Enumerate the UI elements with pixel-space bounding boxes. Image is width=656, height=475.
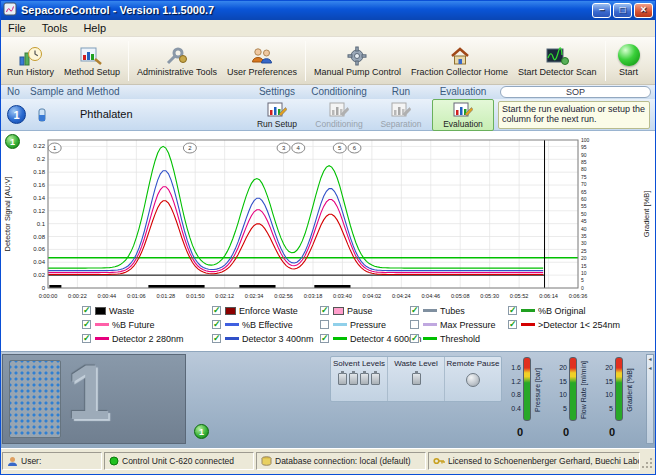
legend-label: %B Effective [242,320,293,330]
legend-checkbox-b-original[interactable]: ✓ [508,306,517,315]
legend-checkbox-b-future[interactable]: ✓ [82,320,91,329]
chromatogram-chart[interactable]: 00.020.040.060.080.10.120.140.160.180.20… [0,133,656,303]
svg-text:0:05:30: 0:05:30 [480,293,499,299]
solvent-levels-group: Solvent Levels [331,357,388,401]
toolbar-button-administrative-tools[interactable]: Administrative Tools [132,38,222,84]
minimize-button[interactable]: – [592,3,611,18]
gauge-tick-label: 20 [605,364,613,371]
legend-label: Detector 3 400nm [242,334,314,344]
statusbar-cell-licensed: Licensed to Schoenenberger Gerhard, Buec… [428,452,640,470]
fraction-collector-home-icon [448,44,472,66]
svg-text:80: 80 [581,166,587,172]
remote-pause-button[interactable] [466,373,480,387]
svg-text:0.02: 0.02 [33,272,45,278]
app-icon [3,2,17,18]
maximize-button[interactable]: □ [613,3,632,18]
toolbar-button-fraction-collector-home[interactable]: Fraction Collector Home [406,38,513,84]
menu-file[interactable]: File [0,21,34,35]
legend-checkbox-b-effective[interactable]: ✓ [212,320,221,329]
waste-level-group: Waste Level [388,357,445,401]
user-preferences-icon [250,44,274,66]
svg-text:75: 75 [581,174,587,180]
svg-text:Gradient [%B]: Gradient [%B] [642,191,651,238]
legend-label: Enforce Waste [239,306,298,316]
stage-icon-separation [391,102,411,118]
toolbar-button-user-preferences[interactable]: User Preferences [222,38,302,84]
start-button[interactable]: Start [613,38,645,84]
window-title: SepacoreControl - Version 1.1.5000.7 [21,4,592,16]
legend-item-waste: ✓Waste [82,305,134,316]
solvent-bottle-icon [371,373,380,385]
toolbar-button-method-setup[interactable]: Method Setup [59,38,125,84]
toolbar-button-run-history[interactable]: Run History [2,38,59,84]
gauge-pressure-bar: 1.61.20.80.4Pressure [bar]0 [506,354,549,446]
toolbar-button-label: Manual Pump Control [314,67,401,77]
legend-swatch [333,337,347,340]
gauge-value: 0 [552,426,580,438]
statusbar-text: Control Unit C-620 connected [122,456,234,466]
waste-bottle [412,373,421,385]
waste-bottle-icon [412,373,421,385]
svg-text:30: 30 [581,240,587,246]
svg-text:0:05:08: 0:05:08 [451,293,470,299]
gauge-ticks: 1.61.20.80.4 [506,357,521,419]
legend-checkbox-tubes[interactable]: ✓ [410,306,419,315]
toolbar-button-manual-pump-control[interactable]: Manual Pump Control [309,38,406,84]
chart-panel: 1 00.020.040.060.080.10.120.140.160.180.… [0,131,656,352]
svg-text:0:04:02: 0:04:02 [363,293,382,299]
legend-label: >Detector 1< 254nm [538,320,620,330]
user-icon [7,456,18,467]
legend-checkbox-max-pressure[interactable] [410,320,419,329]
statusbar-text: User: [21,456,41,466]
legend-checkbox-detector-4-600nm[interactable]: ✓ [320,334,329,343]
svg-text:0:01:06: 0:01:06 [127,293,146,299]
legend-label: Tubes [440,306,465,316]
svg-text:50: 50 [581,211,587,217]
legend-label: Threshold [440,334,480,344]
legend-checkbox-detector-2-280nm[interactable]: ✓ [82,334,91,343]
gauge-tick-label: 5 [609,405,613,412]
svg-text:0.18: 0.18 [33,169,45,175]
legend-checkbox-detector-1-254nm[interactable]: ✓ [508,320,517,329]
gauge-tick-label: 15 [605,378,613,385]
legend-item-pause: ✓Pause [320,305,373,316]
rack-tray-icon [9,360,61,438]
svg-text:0: 0 [581,285,584,291]
legend-item-b-original: ✓%B Original [508,305,586,316]
legend-checkbox-waste[interactable]: ✓ [82,306,91,315]
legend-swatch [95,337,109,340]
fraction-collector-rack[interactable]: 1 [2,354,186,444]
gauge-ticks: 2015105 [598,357,613,419]
legend-checkbox-enforce-waste[interactable]: ✓ [212,306,221,315]
menu-help[interactable]: Help [75,21,114,35]
legend-checkbox-pause[interactable]: ✓ [320,306,329,315]
close-button[interactable]: × [634,3,653,18]
legend-checkbox-threshold[interactable]: ✓ [410,334,419,343]
legend-checkbox-pressure[interactable] [320,320,329,329]
solvent-bottle-icon [349,373,358,385]
resize-grip[interactable] [641,457,654,472]
legend-swatch [521,309,535,312]
toolbar-separator [128,41,129,81]
administrative-tools-icon [165,44,189,66]
collapse-panel-button[interactable]: ◂◂ [646,354,654,444]
legend-checkbox-detector-3-400nm[interactable]: ✓ [212,334,221,343]
svg-text:0:02:56: 0:02:56 [274,293,293,299]
toolbar-separator [305,41,306,81]
svg-text:0.16: 0.16 [33,182,45,188]
toolbar-button-label: Start Detector Scan [518,67,597,77]
status-dot-icon [109,456,119,466]
gauge-tick-label: 10 [605,391,613,398]
legend-item-pressure: Pressure [320,319,386,330]
svg-text:0:04:24: 0:04:24 [392,293,411,299]
header-sample-and-method: Sample and Method [30,86,120,97]
svg-text:0:01:28: 0:01:28 [156,293,175,299]
legend-label: %B Original [538,306,586,316]
legend-label: Max Pressure [440,320,496,330]
legend-item-enforce-waste: ✓Enforce Waste [212,305,298,316]
stage-button-run-setup[interactable]: Run Setup [246,99,308,131]
stage-button-evaluation[interactable]: Evaluation [432,99,494,131]
run-row[interactable]: 1 Phthalaten Run SetupConditioningSepara… [0,99,656,131]
toolbar-button-start-detector-scan[interactable]: Start Detector Scan [513,38,602,84]
menu-tools[interactable]: Tools [34,21,76,35]
